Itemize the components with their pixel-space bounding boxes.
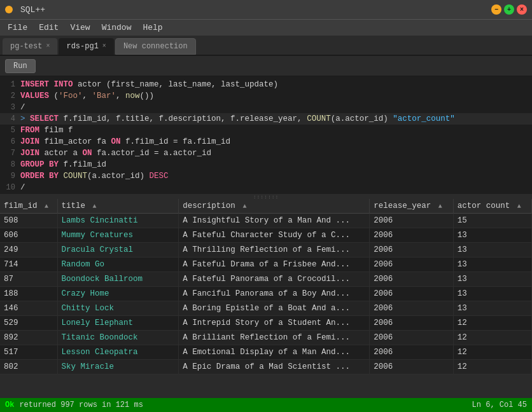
cell-title: Titanic Boondock	[57, 331, 179, 345]
cell-actor_count: 13	[453, 243, 531, 258]
line-num-11: 11	[0, 193, 20, 194]
editor-line-10: 10 /	[0, 182, 532, 193]
cell-title: Chitty Lock	[57, 301, 179, 316]
sql-editor[interactable]: 1 INSERT INTO actor (first_name, last_na…	[0, 76, 532, 194]
cell-description: A Fateful Drama of a Frisbee And...	[179, 258, 370, 272]
table-row[interactable]: 802 Sky Miracle A Epic Drama of a Mad Sc…	[0, 360, 532, 374]
menu-view[interactable]: View	[65, 22, 95, 34]
app-title: SQL++	[20, 5, 45, 15]
tab-bar: pg-test × rds-pg1 × New connection	[0, 36, 532, 56]
cell-description: A Intrepid Story of a Student An...	[179, 316, 370, 331]
editor-line-9: 9 ORDER BY COUNT(a.actor_id) DESC	[0, 170, 532, 182]
col-header-release_year[interactable]: release_year ▲	[370, 199, 453, 214]
cell-description: A Emotional Display of a Man And...	[179, 345, 370, 360]
table-row[interactable]: 87 Boondock Ballroom A Fateful Panorama …	[0, 272, 532, 287]
tab-new-connection[interactable]: New connection	[115, 38, 196, 55]
table-row[interactable]: 508 Lambs Cincinatti A Insightful Story …	[0, 214, 532, 228]
toolbar: Run	[0, 56, 532, 76]
status-bar: Ok returned 997 rows in 121 ms Ln 6, Col…	[0, 398, 532, 412]
line-content-5: FROM film f	[20, 125, 73, 136]
close-button[interactable]: ×	[517, 4, 527, 15]
window-controls: − + ×	[491, 4, 527, 15]
cell-film_id: 714	[0, 258, 57, 272]
editor-line-3: 3 /	[0, 102, 532, 113]
cell-release_year: 2006	[370, 228, 453, 243]
table-row[interactable]: 517 Lesson Cleopatra A Emotional Display…	[0, 345, 532, 360]
line-num-3: 3	[0, 102, 20, 113]
cell-film_id: 146	[0, 301, 57, 316]
tab-pg-test-close[interactable]: ×	[46, 43, 50, 50]
line-num-4: 4	[0, 113, 20, 125]
line-content-8: GROUP BY f.film_id	[20, 159, 106, 170]
cell-title: Boondock Ballroom	[57, 272, 179, 287]
sort-arrow-release_year: ▲	[438, 203, 442, 210]
col-header-description[interactable]: description ▲	[179, 199, 370, 214]
line-content-10: /	[20, 182, 25, 193]
cell-actor_count: 12	[453, 360, 531, 374]
table-row[interactable]: 249 Dracula Crystal A Thrilling Reflecti…	[0, 243, 532, 258]
status-message: returned 997 rows in 121 ms	[19, 401, 143, 409]
line-num-1: 1	[0, 79, 20, 90]
line-num-9: 9	[0, 170, 20, 182]
menu-window[interactable]: Window	[97, 22, 137, 34]
sort-arrow-description: ▲	[242, 203, 246, 210]
cell-release_year: 2006	[370, 301, 453, 316]
cell-title: Lonely Elephant	[57, 316, 179, 331]
cell-description: A Fanciful Panorama of a Boy And...	[179, 287, 370, 301]
maximize-button[interactable]: +	[504, 4, 514, 15]
tab-rds-pg1-close[interactable]: ×	[102, 43, 106, 50]
cell-description: A Brilliant Reflection of a Femi...	[179, 331, 370, 345]
cell-description: A Insightful Story of a Man And ...	[179, 214, 370, 228]
line-num-10: 10	[0, 182, 20, 193]
line-content-2: VALUES ('Foo', 'Bar', now())	[20, 90, 154, 102]
editor-line-4: 4 > SELECT f.film_id, f.title, f.descrip…	[0, 113, 532, 125]
cell-release_year: 2006	[370, 360, 453, 374]
results-table-wrapper: film_id ▲ title ▲ description ▲ release_…	[0, 199, 532, 412]
cell-film_id: 249	[0, 243, 57, 258]
tab-rds-pg1[interactable]: rds-pg1 ×	[59, 38, 113, 55]
table-row[interactable]: 146 Chitty Lock A Boring Epistle of a Bo…	[0, 301, 532, 316]
line-num-2: 2	[0, 90, 20, 102]
editor-line-1: 1 INSERT INTO actor (first_name, last_na…	[0, 79, 532, 90]
menu-help[interactable]: Help	[137, 22, 167, 34]
table-row[interactable]: 892 Titanic Boondock A Brilliant Reflect…	[0, 331, 532, 345]
menu-bar: File Edit View Window Help	[0, 19, 532, 36]
table-row[interactable]: 529 Lonely Elephant A Intrepid Story of …	[0, 316, 532, 331]
line-num-8: 8	[0, 159, 20, 170]
cell-description: A Fateful Panorama of a Crocodil...	[179, 272, 370, 287]
run-button[interactable]: Run	[5, 59, 36, 73]
cell-title: Dracula Crystal	[57, 243, 179, 258]
cell-title: Lesson Cleopatra	[57, 345, 179, 360]
editor-line-6: 6 JOIN film_actor fa ON f.film_id = fa.f…	[0, 136, 532, 148]
status-ok: Ok	[5, 401, 14, 409]
cell-actor_count: 12	[453, 316, 531, 331]
minimize-button[interactable]: −	[491, 4, 501, 15]
table-row[interactable]: 714 Random Go A Fateful Drama of a Frisb…	[0, 258, 532, 272]
cell-film_id: 606	[0, 228, 57, 243]
resize-handle[interactable]: :::::::	[0, 194, 532, 199]
cell-title: Crazy Home	[57, 287, 179, 301]
cell-release_year: 2006	[370, 214, 453, 228]
menu-edit[interactable]: Edit	[34, 22, 64, 34]
results-table: film_id ▲ title ▲ description ▲ release_…	[0, 199, 532, 374]
line-num-6: 6	[0, 136, 20, 148]
cell-film_id: 529	[0, 316, 57, 331]
cell-release_year: 2006	[370, 243, 453, 258]
sort-arrow-actor_count: ▲	[517, 203, 521, 210]
tab-new-connection-label: New connection	[123, 42, 188, 51]
col-header-actor_count[interactable]: actor count ▲	[453, 199, 531, 214]
table-row[interactable]: 188 Crazy Home A Fanciful Panorama of a …	[0, 287, 532, 301]
cell-actor_count: 12	[453, 345, 531, 360]
cell-title: Random Go	[57, 258, 179, 272]
cell-description: A Thrilling Reflection of a Femi...	[179, 243, 370, 258]
line-content-7: JOIN actor a ON fa.actor_id = a.actor_id	[20, 148, 211, 159]
editor-line-2: 2 VALUES ('Foo', 'Bar', now())	[0, 90, 532, 102]
col-header-film_id[interactable]: film_id ▲	[0, 199, 57, 214]
tab-pg-test[interactable]: pg-test ×	[3, 38, 57, 55]
cell-actor_count: 13	[453, 258, 531, 272]
col-header-title[interactable]: title ▲	[57, 199, 179, 214]
menu-file[interactable]: File	[3, 22, 32, 34]
cell-release_year: 2006	[370, 272, 453, 287]
sort-arrow-title: ▲	[93, 203, 97, 210]
table-row[interactable]: 606 Mummy Creatures A Fateful Character …	[0, 228, 532, 243]
